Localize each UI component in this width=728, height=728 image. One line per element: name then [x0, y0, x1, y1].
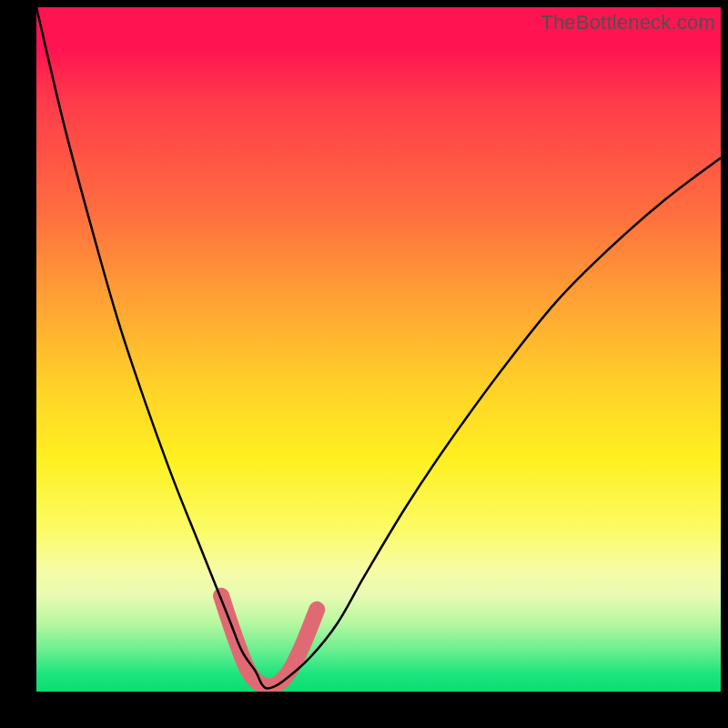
- chart-container: TheBottleneck.com: [0, 0, 728, 728]
- plot-area: TheBottleneck.com: [36, 7, 721, 692]
- curve-overlay: [36, 7, 721, 692]
- valley-marker: [221, 596, 317, 687]
- bottleneck-curve: [36, 7, 721, 688]
